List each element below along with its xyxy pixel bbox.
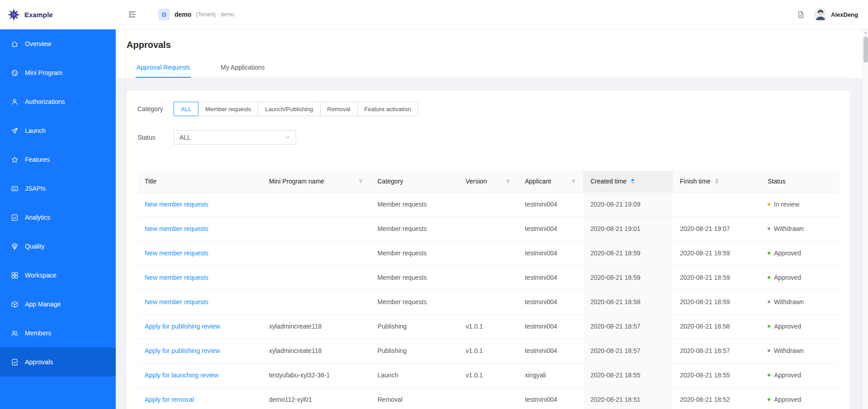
column-label: Title [145, 178, 156, 185]
status-label: Withdrawn [774, 298, 804, 306]
column-header-status: Status [760, 171, 839, 192]
cell-finish-time: 2020-08-21 18:58 [673, 314, 760, 338]
column-label: Finish time [680, 178, 711, 185]
documentation-button[interactable] [797, 11, 805, 19]
row-title-link[interactable]: New member requests [145, 298, 208, 306]
column-label: Created time [590, 178, 627, 185]
row-title-link[interactable]: New member requests [145, 201, 208, 208]
cell-finish-time: 2020-08-21 18:59 [673, 265, 760, 290]
cell-title: New member requests [137, 265, 262, 290]
sidebar-item-jsapis[interactable]: JSAPIs [0, 174, 116, 203]
cell-created-time: 2020-08-21 18:55 [583, 363, 673, 387]
sidebar-item-analytics[interactable]: Analytics [0, 203, 116, 232]
sidebar-item-label: Approvals [25, 358, 53, 366]
table-row: New member requestsMember requeststestmi… [137, 216, 839, 241]
cell-finish-time: 2020-08-21 18:59 [673, 241, 760, 265]
category-option-removal[interactable]: Removal [320, 102, 358, 116]
cell-applicant: xingyali [518, 363, 583, 387]
cell-status: Approved [760, 363, 839, 387]
status-dot-icon [768, 203, 770, 206]
sidebar-item-overview[interactable]: Overview [0, 29, 116, 58]
tenant-selector[interactable]: D demo (Tenant) · demo [158, 9, 234, 20]
category-option-launch-publishing[interactable]: Launch/Publishing [258, 102, 320, 116]
category-option-all[interactable]: ALL [174, 102, 198, 116]
table-row: Apply for removaldemo112-xyl01Removaltes… [137, 387, 839, 409]
cell-title: New member requests [137, 241, 262, 265]
home-icon [11, 40, 19, 48]
sort-carets-icon[interactable] [715, 179, 719, 184]
sort-carets-icon[interactable] [631, 179, 635, 184]
cell-version [458, 387, 518, 409]
row-title-link[interactable]: New member requests [145, 225, 208, 232]
features-icon [11, 156, 19, 164]
status-label: Approved [774, 274, 801, 281]
cell-status: Withdrawn [760, 290, 839, 314]
cell-version [458, 192, 518, 216]
sidebar: Example OverviewMini ProgramAuthorizatio… [0, 0, 116, 409]
sidebar-item-members[interactable]: Members [0, 319, 116, 348]
category-option-feature-activation[interactable]: Feature activation [357, 102, 418, 116]
sidebar-item-features[interactable]: Features [0, 145, 116, 174]
table-row: Apply for publishing reviewxyladmincreat… [137, 314, 839, 338]
user-menu[interactable]: AlexDeng [814, 8, 858, 21]
sidebar-collapse-button[interactable] [125, 7, 139, 22]
cell-title: New member requests [137, 290, 262, 314]
cell-status: Approved [760, 387, 839, 409]
row-title-link[interactable]: Apply for launching review [145, 371, 218, 379]
sidebar-nav: OverviewMini ProgramAuthorizationsLaunch… [0, 29, 116, 409]
page-head: Approvals Approval RequestsMy Applicatio… [116, 29, 868, 78]
cell-title: New member requests [137, 216, 262, 241]
filter-funnel-icon[interactable] [505, 179, 510, 184]
cell-applicant: testmini004 [518, 338, 583, 363]
column-label: Version [466, 178, 487, 185]
sidebar-item-approvals[interactable]: Approvals [0, 348, 116, 376]
sidebar-item-label: JSAPIs [25, 185, 46, 192]
scrollbar-thumb[interactable] [863, 37, 868, 63]
table-row: New member requestsMember requeststestmi… [137, 192, 839, 216]
status-dot-icon [768, 252, 770, 254]
filter-funnel-icon[interactable] [571, 179, 576, 184]
column-header-mini-program-name[interactable]: Mini Program name [262, 171, 370, 192]
cell-applicant: testmini004 [518, 192, 583, 216]
tenant-name: demo [175, 11, 191, 18]
sidebar-item-app-manage[interactable]: App Manage [0, 290, 116, 319]
tab-my-applications[interactable]: My Applications [220, 58, 265, 78]
cell-created-time: 2020-08-21 19:01 [583, 216, 673, 241]
sidebar-item-label: Launch [25, 127, 46, 134]
row-title-link[interactable]: Apply for publishing review [145, 323, 220, 330]
cell-applicant: testmini004 [518, 216, 583, 241]
scrollbar-up-arrow[interactable]: ▲ [863, 29, 868, 35]
column-header-created-time[interactable]: Created time [583, 171, 673, 192]
cell-version: v1.0.1 [458, 363, 518, 387]
status-select[interactable]: ALL [174, 130, 296, 145]
column-header-finish-time[interactable]: Finish time [673, 171, 760, 192]
sidebar-item-authorizations[interactable]: Authorizations [0, 87, 116, 116]
cell-mini-program-name: xyladmincreate118 [262, 338, 370, 363]
status-filter-label: Status [137, 134, 174, 141]
row-title-link[interactable]: Apply for publishing review [145, 347, 220, 354]
column-header-version[interactable]: Version [458, 171, 518, 192]
column-label: Applicant [525, 178, 551, 185]
cell-status: Withdrawn [760, 338, 839, 363]
sidebar-item-quality[interactable]: Quality [0, 232, 116, 261]
cell-mini-program-name: demo112-xyl01 [262, 387, 370, 409]
cell-mini-program-name [262, 216, 370, 241]
sidebar-item-mini-program[interactable]: Mini Program [0, 58, 116, 87]
category-option-member-requests[interactable]: Member requests [198, 102, 258, 116]
status-select-value: ALL [179, 134, 191, 141]
row-title-link[interactable]: Apply for removal [145, 396, 194, 403]
tab-approval-requests[interactable]: Approval Requests [136, 58, 191, 78]
filter-funnel-icon[interactable] [358, 179, 363, 184]
launch-icon [11, 127, 19, 135]
sidebar-item-label: Quality [25, 243, 45, 250]
vertical-scrollbar[interactable]: ▲ [863, 29, 868, 409]
row-title-link[interactable]: New member requests [145, 249, 208, 257]
sidebar-item-label: Mini Program [25, 69, 62, 76]
column-header-applicant[interactable]: Applicant [518, 171, 583, 192]
sidebar-item-launch[interactable]: Launch [0, 116, 116, 145]
cell-finish-time: 2020-08-21 18:59 [673, 290, 760, 314]
cell-created-time: 2020-08-21 18:59 [583, 265, 673, 290]
sidebar-item-workspace[interactable]: Workspace [0, 261, 116, 290]
category-filter-row: Category ALLMember requestsLaunch/Publis… [137, 102, 839, 116]
row-title-link[interactable]: New member requests [145, 274, 208, 281]
